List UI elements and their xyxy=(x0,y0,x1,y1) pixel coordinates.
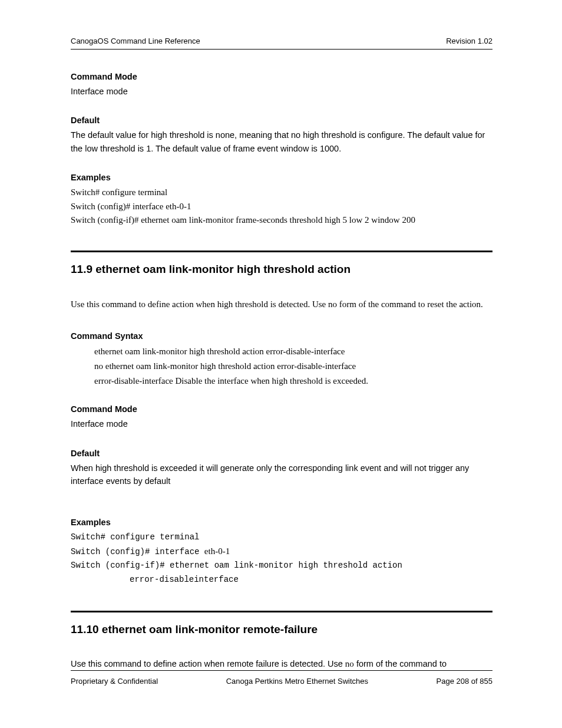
footer-right: Page 208 of 855 xyxy=(437,677,492,686)
page-footer: Proprietary & Confidential Canoga Pertki… xyxy=(71,670,492,686)
example-line: Switch (config)# interface eth-0-1 xyxy=(71,545,492,559)
footer-left: Proprietary & Confidential xyxy=(71,677,158,686)
intro-no-keyword: no xyxy=(345,659,354,668)
default-label: Default xyxy=(71,116,492,125)
command-mode-label: Command Mode xyxy=(71,72,492,81)
command-syntax-label: Command Syntax xyxy=(71,331,492,341)
page: CanogaOS Command Line Reference Revision… xyxy=(0,0,562,728)
section-title-11-9: 11.9 ethernet oam link-monitor high thre… xyxy=(71,263,492,276)
syntax-line: error-disable-interface Disable the inte… xyxy=(94,374,492,388)
command-mode-text: Interface mode xyxy=(71,85,492,98)
command-mode-block-2: Command Mode Interface mode xyxy=(71,404,492,430)
command-mode-block-1: Command Mode Interface mode xyxy=(71,72,492,98)
examples-block-1: Examples Switch# configure terminal Swit… xyxy=(71,173,492,227)
default-block-2: Default When high threshold is exceeded … xyxy=(71,449,492,488)
header-right: Revision 1.02 xyxy=(446,37,492,45)
default-block-1: Default The default value for high thres… xyxy=(71,116,492,155)
section-title-11-10: 11.10 ethernet oam link-monitor remote-f… xyxy=(71,623,492,636)
footer-center: Canoga Pertkins Metro Ethernet Switches xyxy=(226,677,368,686)
example-text: Switch (config)# interface xyxy=(71,547,204,556)
page-header: CanogaOS Command Line Reference Revision… xyxy=(71,37,492,50)
section-divider xyxy=(71,251,492,252)
section-intro: Use this command to define action when r… xyxy=(71,657,492,671)
example-line: Switch# configure terminal xyxy=(71,186,492,199)
example-line: Switch (config-if)# ethernet oam link-mo… xyxy=(71,213,492,227)
example-line: Switch (config-if)# ethernet oam link-mo… xyxy=(71,559,492,573)
section-intro: Use this command to define action when h… xyxy=(71,297,492,311)
example-line: error-disableinterface xyxy=(71,573,492,587)
command-mode-text: Interface mode xyxy=(71,417,492,430)
command-mode-label: Command Mode xyxy=(71,404,492,414)
syntax-line: no ethernet oam link-monitor high thresh… xyxy=(94,359,492,374)
default-text: The default value for high threshold is … xyxy=(71,129,492,155)
examples-label: Examples xyxy=(71,173,492,182)
intro-text: form of the command to xyxy=(354,659,447,668)
examples-block-2: Examples Switch# configure terminal Swit… xyxy=(71,518,492,587)
example-line: Switch# configure terminal xyxy=(71,531,492,545)
command-syntax-block: Command Syntax ethernet oam link-monitor… xyxy=(71,331,492,388)
default-text: When high threshold is exceeded it will … xyxy=(71,462,492,488)
intro-text: Use this command to define action when r… xyxy=(71,659,345,668)
section-divider xyxy=(71,611,492,612)
example-line: Switch (config)# interface eth-0-1 xyxy=(71,200,492,213)
header-left: CanogaOS Command Line Reference xyxy=(71,37,200,45)
examples-label: Examples xyxy=(71,518,492,527)
example-text-serif: eth-0-1 xyxy=(204,546,230,556)
default-label: Default xyxy=(71,449,492,458)
syntax-line: ethernet oam link-monitor high threshold… xyxy=(94,344,492,359)
